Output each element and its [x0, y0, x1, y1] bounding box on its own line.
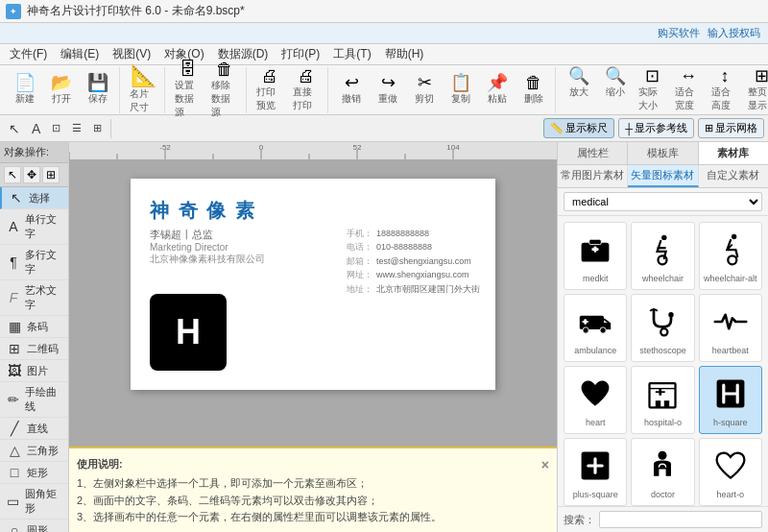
icon-stethoscope[interactable]: stethoscope: [631, 294, 694, 362]
tool-draw[interactable]: ✏ 手绘曲线: [0, 382, 68, 418]
tool-image[interactable]: 🖼 图片: [0, 360, 68, 382]
icon-wheelchair-alt[interactable]: wheelchair-alt: [699, 222, 762, 290]
new-button[interactable]: 📄新建: [8, 71, 42, 109]
search-input[interactable]: [599, 511, 762, 528]
icon-medkit[interactable]: medkit: [564, 222, 627, 290]
tab-templates[interactable]: 模板库: [628, 142, 698, 164]
cut-button[interactable]: ✂剪切: [407, 71, 442, 109]
menu-file[interactable]: 文件(F): [4, 45, 53, 63]
show-ruler-button[interactable]: 📏显示标尺: [543, 118, 614, 138]
icon-plus-square[interactable]: plus-square: [564, 438, 627, 506]
svg-point-22: [728, 255, 736, 264]
icon-ambulance[interactable]: ambulance: [564, 294, 627, 362]
svg-text:52: 52: [353, 143, 362, 152]
tb2-distribute[interactable]: ⊞: [88, 120, 107, 136]
save-button[interactable]: 💾保存: [81, 71, 115, 109]
obj-select-btn[interactable]: ↖: [4, 166, 21, 183]
icon-heartbeat[interactable]: heartbeat: [699, 294, 762, 362]
enter-auth-button[interactable]: 输入授权码: [708, 26, 760, 40]
tool-circle[interactable]: ○ 圆形: [0, 520, 68, 532]
search-row: 搜索：: [558, 506, 768, 532]
icon-grid: medkit wheelchair: [558, 216, 768, 506]
show-guides-button[interactable]: ┼显示参考线: [618, 118, 694, 138]
menu-help[interactable]: 帮助(H): [379, 45, 430, 63]
tool-rect[interactable]: □ 矩形: [0, 462, 68, 484]
ambulance-label: ambulance: [574, 346, 616, 355]
tb2-align[interactable]: ☰: [67, 120, 86, 136]
buy-software-button[interactable]: 购买软件: [658, 26, 700, 40]
business-card: 神 奇 像 素 李锡超丨总监 Marketing Director 北京神像像素…: [131, 179, 495, 390]
direct-print-button[interactable]: 🖨直接打印: [289, 64, 324, 115]
plus-square-icon: [574, 445, 616, 487]
plus-square-label: plus-square: [573, 490, 618, 499]
sub-tab-common[interactable]: 常用图片素材: [558, 165, 628, 187]
sub-tab-custom[interactable]: 自定义素材: [699, 165, 768, 187]
undo-button[interactable]: ↩撤销: [334, 71, 369, 109]
purchase-bar: 购买软件 输入授权码: [0, 23, 768, 44]
icon-hospital-o[interactable]: hospital-o: [631, 366, 694, 434]
card-contacts: 手机：18888888888 电话：010-88888888 邮箱：test@s…: [347, 227, 480, 296]
obj-move-btn[interactable]: ✥: [23, 166, 40, 183]
card-size-button[interactable]: 📐名片尺寸: [126, 62, 160, 117]
hospital-o-icon: [641, 373, 684, 415]
svg-rect-17: [594, 246, 597, 252]
full-page-button[interactable]: ⊞整页显示: [744, 64, 768, 115]
remove-datasource-button[interactable]: 🗑移除数据源: [207, 58, 242, 122]
tb2-text[interactable]: A: [27, 119, 45, 138]
print-group: 🖨打印预览 🖨直接打印: [249, 67, 328, 113]
tool-round-rect[interactable]: ▭ 圆角矩形: [0, 484, 68, 520]
tool-single-text[interactable]: A 单行文字: [0, 209, 68, 245]
fit-height-button[interactable]: ↕适合高度: [708, 64, 742, 115]
redo-button[interactable]: ↪重做: [371, 71, 405, 109]
tab-materials[interactable]: 素材库: [699, 142, 768, 164]
copy-button[interactable]: 📋复制: [444, 71, 478, 109]
paste-button[interactable]: 📌粘贴: [480, 71, 515, 109]
set-datasource-button[interactable]: 🗄设置数据源: [171, 58, 205, 122]
tool-barcode[interactable]: ▦ 条码: [0, 316, 68, 338]
tb2-select[interactable]: ↖: [4, 119, 25, 138]
svg-point-18: [662, 235, 667, 240]
heart-o-label: heart-o: [717, 490, 745, 499]
tool-line[interactable]: ╱ 直线: [0, 418, 68, 440]
svg-rect-0: [69, 142, 557, 159]
tool-triangle[interactable]: △ 三角形: [0, 440, 68, 462]
icon-doctor[interactable]: doctor: [631, 438, 694, 506]
open-button[interactable]: 📂打开: [44, 71, 79, 109]
tool-art-text[interactable]: F 艺术文字: [0, 280, 68, 316]
icon-heart-o[interactable]: heart-o: [699, 438, 762, 506]
icon-heart[interactable]: heart: [564, 366, 627, 434]
category-select[interactable]: medical technology business: [564, 192, 762, 211]
zoom-out-button[interactable]: 🔍缩小: [598, 64, 633, 115]
triangle-icon: △: [6, 443, 23, 458]
svg-rect-14: [582, 243, 610, 262]
print-preview-button[interactable]: 🖨打印预览: [252, 64, 287, 115]
toolbar: 📄新建 📂打开 💾保存 📐名片尺寸 🗄设置数据源 🗑移除数据源 🖨打印预览 🖨直…: [0, 65, 768, 115]
icon-wheelchair[interactable]: wheelchair: [631, 222, 694, 290]
obj-group-btn[interactable]: ⊞: [42, 166, 60, 183]
left-panel-header: 对象操作:: [0, 142, 68, 163]
delete-button[interactable]: 🗑删除: [516, 71, 551, 109]
show-grid-button[interactable]: ⊞显示网格: [698, 118, 764, 138]
actual-size-button[interactable]: ⊡实际大小: [635, 64, 669, 115]
menu-view[interactable]: 视图(V): [107, 45, 156, 63]
circle-icon: ○: [6, 522, 23, 532]
tab-properties[interactable]: 属性栏: [558, 142, 628, 164]
object-toolbar: ↖ ✥ ⊞: [0, 163, 68, 187]
svg-text:0: 0: [259, 143, 264, 152]
menu-edit[interactable]: 编辑(E): [55, 45, 105, 63]
help-close-button[interactable]: ×: [541, 454, 549, 475]
zoom-group: 🔍放大 🔍缩小 ⊡实际大小 ↔适合宽度 ↕适合高度 ⊞整页显示: [558, 67, 768, 113]
medkit-label: medkit: [583, 274, 609, 283]
icon-h-square[interactable]: h-square: [699, 366, 762, 434]
tool-select[interactable]: ↖ 选择: [0, 187, 68, 209]
sub-tab-vector[interactable]: 矢量图标素材: [628, 165, 698, 187]
fit-width-button[interactable]: ↔适合宽度: [671, 64, 706, 115]
zoom-in-button[interactable]: 🔍放大: [562, 64, 596, 115]
menu-tools[interactable]: 工具(T): [327, 45, 376, 63]
canvas-area: -52 0 52 104 神 奇 像 素 李锡超丨总监 Marketing Di…: [69, 142, 557, 532]
tool-multi-text[interactable]: ¶ 多行文字: [0, 245, 68, 280]
card-h-icon: H: [150, 294, 227, 371]
tool-qrcode[interactable]: ⊞ 二维码: [0, 338, 68, 360]
tb2-layers[interactable]: ⊡: [47, 120, 65, 136]
menu-print[interactable]: 打印(P): [276, 45, 325, 63]
